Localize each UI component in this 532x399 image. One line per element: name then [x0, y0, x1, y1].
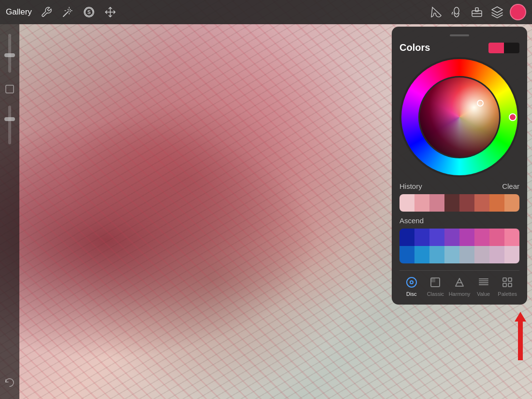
history-swatch-2[interactable] — [414, 194, 429, 212]
smudge-button[interactable]: S — [80, 3, 98, 21]
gallery-label: Gallery — [6, 7, 32, 17]
palette-swatch-9[interactable] — [399, 246, 414, 263]
magic-wand-icon — [62, 6, 74, 18]
palette-swatch-4[interactable] — [444, 229, 459, 246]
classic-svg — [429, 276, 441, 288]
palette-swatch-15[interactable] — [489, 246, 504, 263]
palette-swatch-14[interactable] — [474, 246, 489, 263]
history-swatch-6[interactable] — [474, 194, 489, 212]
gallery-button[interactable]: Gallery — [6, 7, 34, 17]
history-label: History — [399, 182, 422, 190]
layer-icon[interactable] — [3, 82, 16, 96]
harmony-svg — [454, 276, 465, 288]
color-wheel-container — [399, 59, 519, 175]
svg-rect-11 — [503, 283, 506, 287]
undo-icon — [4, 377, 15, 388]
history-swatch-1[interactable] — [399, 194, 414, 212]
classic-tab-label: Classic — [427, 291, 444, 297]
eraser-tool-button[interactable] — [469, 4, 485, 20]
palette-swatch-3[interactable] — [429, 229, 444, 246]
undo-button[interactable] — [3, 376, 16, 389]
top-toolbar: Gallery S — [0, 0, 532, 24]
history-swatch-7[interactable] — [489, 194, 504, 212]
svg-rect-10 — [508, 278, 512, 281]
palette-swatch-5[interactable] — [459, 229, 474, 246]
palette-swatch-12[interactable] — [444, 246, 459, 263]
magic-wand-button[interactable] — [59, 3, 76, 21]
panel-handle — [450, 34, 469, 36]
tab-palettes[interactable]: Palettes — [495, 276, 519, 297]
palette-swatch-11[interactable] — [429, 246, 444, 263]
opacity-slider-thumb — [4, 53, 15, 57]
brush-tool-button[interactable] — [429, 4, 444, 20]
value-tab-icon — [477, 276, 490, 289]
history-swatch-5[interactable] — [459, 194, 474, 212]
svg-rect-4 — [6, 85, 14, 93]
annotation-arrow — [515, 312, 526, 360]
wrench-icon — [41, 6, 52, 18]
palette-grid — [399, 229, 519, 263]
right-tools — [429, 4, 526, 20]
color-swatches-header — [488, 43, 519, 53]
palette-swatch-1[interactable] — [399, 229, 414, 246]
layers-button[interactable] — [489, 4, 505, 20]
history-header: History Clear — [399, 182, 519, 190]
palette-swatch-6[interactable] — [474, 229, 489, 246]
left-sidebar — [0, 24, 19, 399]
tab-classic[interactable]: Classic — [424, 276, 448, 297]
palette-section: Ascend — [399, 216, 519, 263]
tab-value[interactable]: Value — [472, 276, 496, 297]
palette-swatch-8[interactable] — [504, 229, 519, 246]
layers-icon — [491, 6, 503, 18]
harmony-tab-icon — [453, 276, 466, 289]
disc-svg — [406, 276, 417, 288]
arrow-shaft — [518, 322, 523, 360]
palette-label: Ascend — [399, 216, 519, 225]
color-wheel[interactable] — [401, 59, 517, 175]
palette-swatch-10[interactable] — [414, 246, 429, 263]
value-tab-label: Value — [477, 291, 490, 297]
svg-point-1 — [454, 7, 459, 14]
svg-point-5 — [407, 277, 416, 287]
palettes-tab-label: Palettes — [498, 291, 517, 297]
palette-swatch-16[interactable] — [504, 246, 519, 263]
color-selector-white — [477, 100, 484, 107]
classic-tab-icon — [429, 276, 442, 289]
palettes-tab-icon — [501, 276, 514, 289]
palette-swatch-2[interactable] — [414, 229, 429, 246]
active-color-button[interactable] — [510, 4, 526, 20]
panel-tabs: Disc Classic Harmony — [399, 270, 519, 297]
clear-history-button[interactable]: Clear — [502, 182, 519, 190]
square-icon — [4, 84, 15, 94]
opacity-slider[interactable] — [8, 34, 11, 73]
svg-rect-3 — [475, 8, 478, 12]
history-section: History Clear — [399, 182, 519, 212]
size-slider-thumb — [4, 117, 15, 121]
colors-header: Colors — [399, 42, 519, 53]
move-button[interactable] — [102, 3, 119, 21]
svg-rect-9 — [503, 278, 506, 281]
foreground-color-swatch[interactable] — [488, 43, 504, 53]
palette-swatch-7[interactable] — [489, 229, 504, 246]
history-swatch-8[interactable] — [504, 194, 519, 212]
history-swatch-4[interactable] — [444, 194, 459, 212]
brush-icon — [430, 6, 443, 18]
tab-disc[interactable]: Disc — [399, 276, 424, 297]
move-icon — [104, 6, 116, 18]
palette-swatch-13[interactable] — [459, 246, 474, 263]
history-swatches — [399, 194, 519, 212]
history-swatch-3[interactable] — [429, 194, 444, 212]
disc-tab-label: Disc — [406, 291, 416, 297]
color-selector-red — [509, 113, 517, 121]
size-slider[interactable] — [8, 106, 11, 144]
tab-harmony[interactable]: Harmony — [447, 276, 472, 297]
background-color-swatch[interactable] — [504, 43, 519, 53]
svg-rect-8 — [431, 278, 435, 282]
eraser-icon — [471, 6, 483, 18]
smudge-tool-button[interactable] — [449, 4, 464, 20]
svg-point-6 — [410, 281, 413, 284]
arrow-head — [515, 312, 526, 322]
svg-text:S: S — [88, 10, 91, 15]
wrench-button[interactable] — [38, 3, 55, 21]
smudge-tool-icon — [450, 6, 463, 18]
